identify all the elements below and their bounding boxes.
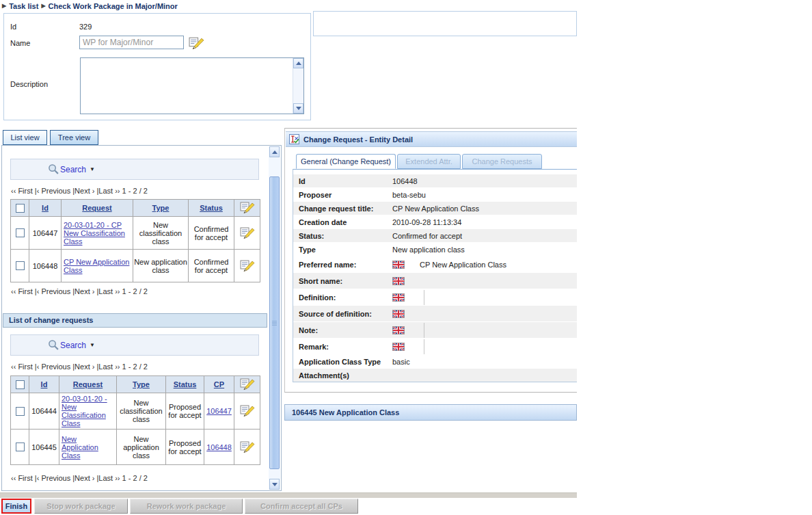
- edit-icon[interactable]: [240, 410, 255, 418]
- column-header-type[interactable]: Type: [117, 376, 166, 393]
- uk-flag-icon: [392, 277, 405, 285]
- field-row: Id 106448: [293, 174, 577, 187]
- column-header-type[interactable]: Type: [133, 200, 189, 217]
- cell-status: Proposed for accept: [166, 430, 204, 465]
- uk-flag-icon: [392, 343, 405, 351]
- tab-general-change-request[interactable]: General (Change Request): [296, 154, 396, 169]
- pagination[interactable]: ‹‹ First |‹ Previous |Next › |Last ›› 1 …: [11, 362, 148, 371]
- row-checkbox[interactable]: [16, 443, 25, 451]
- uk-flag-icon: [392, 310, 405, 318]
- field-row: Type New application class: [293, 243, 577, 256]
- scroll-down-icon[interactable]: [269, 479, 280, 490]
- column-header-id[interactable]: Id: [29, 376, 59, 393]
- field-row: Short name:: [293, 273, 577, 289]
- confirm-accept-all-cps-button: Confirm accept all CPs: [245, 499, 358, 514]
- cell-id: 106447: [29, 217, 62, 250]
- cell-type: New application class: [133, 250, 189, 282]
- search-bar: Search ▼: [10, 334, 259, 356]
- row-checkbox[interactable]: [16, 407, 25, 416]
- related-change-request-bar[interactable]: 106445 New Application Class: [284, 404, 577, 421]
- rework-work-package-button: Rework work package: [130, 499, 243, 514]
- table-row: 106445 New Application Class New applica…: [11, 430, 260, 465]
- cell-id: 106448: [29, 250, 62, 282]
- breadcrumb-arrow-icon: ▶: [2, 3, 6, 9]
- pagination[interactable]: ‹‹ First |‹ Previous |Next › |Last ›› 1 …: [11, 187, 148, 195]
- table-header-row: Id Request Type Status: [11, 200, 260, 217]
- wp-requests-table: Id Request Type Status 106447 20-03-01-2…: [10, 199, 260, 282]
- request-link[interactable]: CP New Application Class: [64, 258, 129, 274]
- wp-name-label: Name: [10, 39, 30, 47]
- scrollbar-thumb[interactable]: [269, 176, 280, 469]
- field-row: Note:: [293, 322, 577, 338]
- search-icon: [48, 163, 59, 175]
- tab-extended-attr[interactable]: Extended Attr.: [397, 154, 461, 169]
- cell-id: 106445: [29, 430, 59, 465]
- empty-field-divider: [424, 290, 424, 305]
- column-header-request[interactable]: Request: [62, 200, 133, 217]
- wp-id-value: 329: [79, 23, 92, 31]
- left-panel-scrollbar[interactable]: [269, 146, 280, 490]
- scroll-up-icon[interactable]: [269, 146, 280, 157]
- pagination[interactable]: ‹‹ First |‹ Previous |Next › |Last ›› 1 …: [11, 474, 148, 482]
- breadcrumb-task-list[interactable]: Task list: [9, 2, 38, 10]
- edit-icon[interactable]: [240, 446, 255, 454]
- tab-tree-view[interactable]: Tree view: [50, 130, 98, 145]
- finish-button[interactable]: Finish: [1, 499, 31, 514]
- request-link[interactable]: 20-03-01-20 - New Classification Class: [62, 395, 107, 427]
- request-link[interactable]: New Application Class: [62, 435, 98, 460]
- table-row: 106444 20-03-01-20 - New Classification …: [11, 393, 260, 430]
- cell-type: New classification class: [117, 393, 166, 430]
- scroll-up-icon[interactable]: [293, 58, 303, 68]
- cp-link[interactable]: 106448: [206, 443, 232, 451]
- field-row: Definition:: [293, 289, 577, 305]
- column-header-request[interactable]: Request: [59, 376, 117, 393]
- field-row: Creation date 2010-09-28 11:13:34: [293, 215, 577, 228]
- wp-description-textarea[interactable]: [80, 57, 304, 114]
- work-package-form: Id 329 Name Description: [3, 13, 311, 120]
- edit-icon[interactable]: [240, 383, 255, 391]
- table-row: 106447 20-03-01-20 - CP New Classificati…: [11, 217, 260, 250]
- edit-icon[interactable]: [240, 207, 255, 215]
- field-row: Proposer beta-sebu: [293, 188, 577, 201]
- entity-detail-fields: Id 106448 Proposer beta-sebu Change requ…: [293, 169, 577, 382]
- empty-field-divider: [424, 323, 424, 338]
- select-all-checkbox[interactable]: [16, 204, 25, 213]
- change-requests-table: Id Request Type Status CP 106444 20-03-0…: [10, 375, 260, 465]
- request-link[interactable]: 20-03-01-20 - CP New Classification Clas…: [64, 221, 125, 246]
- column-header-status[interactable]: Status: [189, 200, 234, 217]
- chevron-down-icon[interactable]: ▼: [90, 166, 95, 172]
- chevron-down-icon[interactable]: ▼: [90, 342, 95, 348]
- change-requests-section-header: List of change requests: [3, 313, 267, 328]
- uk-flag-icon: [392, 326, 405, 334]
- textarea-scrollbar[interactable]: [293, 58, 303, 114]
- select-all-checkbox[interactable]: [16, 380, 25, 389]
- work-package-list-panel: Search ▼ ‹‹ First |‹ Previous |Next › |L…: [1, 145, 282, 491]
- tab-list-view[interactable]: List view: [3, 130, 47, 145]
- row-checkbox[interactable]: [16, 261, 25, 270]
- field-row: Attachment(s): [293, 369, 577, 382]
- field-row: Preferred name: CP New Application Class: [293, 256, 577, 272]
- edit-icon[interactable]: [240, 232, 255, 240]
- search-link[interactable]: Search: [60, 165, 86, 174]
- field-row: Remark:: [293, 339, 577, 354]
- edit-icon[interactable]: [240, 265, 255, 273]
- breadcrumb: ▶ Task list ▶ Check Work Package in Majo…: [2, 1, 178, 11]
- edit-icon[interactable]: [189, 36, 204, 51]
- table-header-row: Id Request Type Status CP: [11, 376, 260, 393]
- search-link[interactable]: Search: [60, 341, 86, 350]
- uk-flag-icon: [392, 261, 405, 269]
- wp-id-label: Id: [10, 23, 16, 31]
- stop-work-package-button: Stop work package: [34, 499, 128, 514]
- cell-status: Confirmed for accept: [189, 217, 234, 250]
- column-header-id[interactable]: Id: [29, 200, 62, 217]
- row-checkbox[interactable]: [16, 228, 25, 237]
- pagination[interactable]: ‹‹ First |‹ Previous |Next › |Last ›› 1 …: [11, 287, 148, 295]
- scroll-down-icon[interactable]: [293, 103, 303, 114]
- tab-change-requests[interactable]: Change Requests: [462, 154, 542, 169]
- wp-name-input[interactable]: [79, 36, 184, 49]
- table-row: 106448 CP New Application Class New appl…: [11, 250, 260, 282]
- column-header-status[interactable]: Status: [166, 376, 204, 393]
- column-header-cp[interactable]: CP: [204, 376, 234, 393]
- uk-flag-icon: [392, 293, 405, 302]
- cp-link[interactable]: 106447: [206, 407, 232, 415]
